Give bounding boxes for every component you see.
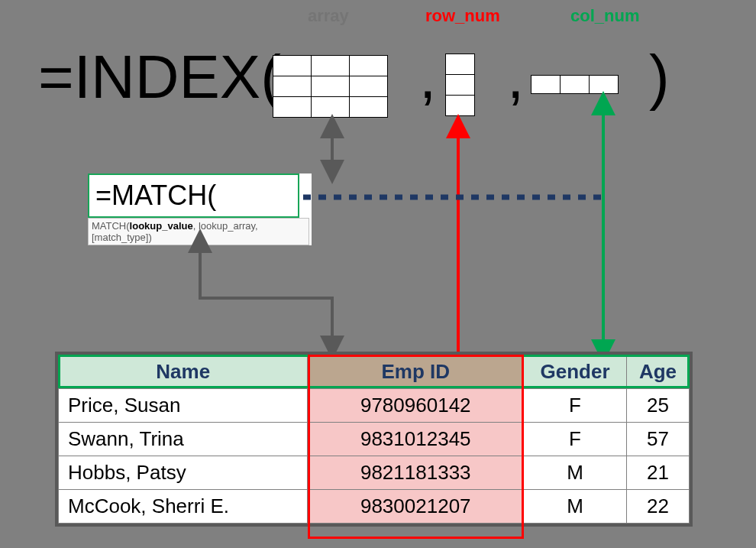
rownum-graphic [445, 54, 475, 116]
label-row-num: row_num [425, 6, 500, 26]
cell-name: Price, Susan [59, 389, 308, 423]
cell-name: Swann, Trina [59, 423, 308, 456]
data-table-wrap: Name Emp ID Gender Age Price, Susan 9780… [55, 352, 693, 527]
col-header-empid: Emp ID [308, 355, 524, 389]
data-table: Name Emp ID Gender Age Price, Susan 9780… [58, 355, 690, 524]
match-tooltip: MATCH(lookup_value, lookup_array, [match… [88, 218, 309, 245]
cell-empid: 9780960142 [308, 389, 524, 423]
cell-gender: M [524, 456, 627, 490]
cell-empid: 9830021207 [308, 490, 524, 524]
cell-empid: 9831012345 [308, 423, 524, 456]
match-tooltip-fn: MATCH( [92, 220, 130, 232]
index-formula-prefix: =INDEX( [38, 42, 281, 112]
array-graphic [273, 55, 388, 118]
table-row: Hobbs, Patsy 9821181333 M 21 [59, 456, 690, 490]
label-col-num: col_num [570, 6, 639, 26]
cell-gender: F [524, 389, 627, 423]
match-formula: =MATCH( [88, 173, 299, 218]
colnum-graphic [531, 75, 619, 94]
match-box: =MATCH( MATCH(lookup_value, lookup_array… [88, 173, 312, 245]
table-header-row: Name Emp ID Gender Age [59, 355, 690, 389]
index-formula-close: ) [649, 42, 670, 112]
cell-gender: F [524, 423, 627, 456]
comma-1: , [419, 42, 436, 112]
comma-2: , [507, 42, 524, 112]
cell-age: 57 [627, 423, 690, 456]
col-header-name: Name [59, 355, 308, 389]
col-header-age: Age [627, 355, 690, 389]
cell-gender: M [524, 490, 627, 524]
col-header-gender: Gender [524, 355, 627, 389]
table-row: Price, Susan 9780960142 F 25 [59, 389, 690, 423]
label-array: array [308, 6, 349, 26]
cell-age: 21 [627, 456, 690, 490]
table-row: Swann, Trina 9831012345 F 57 [59, 423, 690, 456]
table-row: McCook, Sherri E. 9830021207 M 22 [59, 490, 690, 524]
cell-age: 22 [627, 490, 690, 524]
cell-empid: 9821181333 [308, 456, 524, 490]
cell-name: McCook, Sherri E. [59, 490, 308, 524]
cell-name: Hobbs, Patsy [59, 456, 308, 490]
match-tooltip-arg1: lookup_value [130, 220, 193, 232]
cell-age: 25 [627, 389, 690, 423]
